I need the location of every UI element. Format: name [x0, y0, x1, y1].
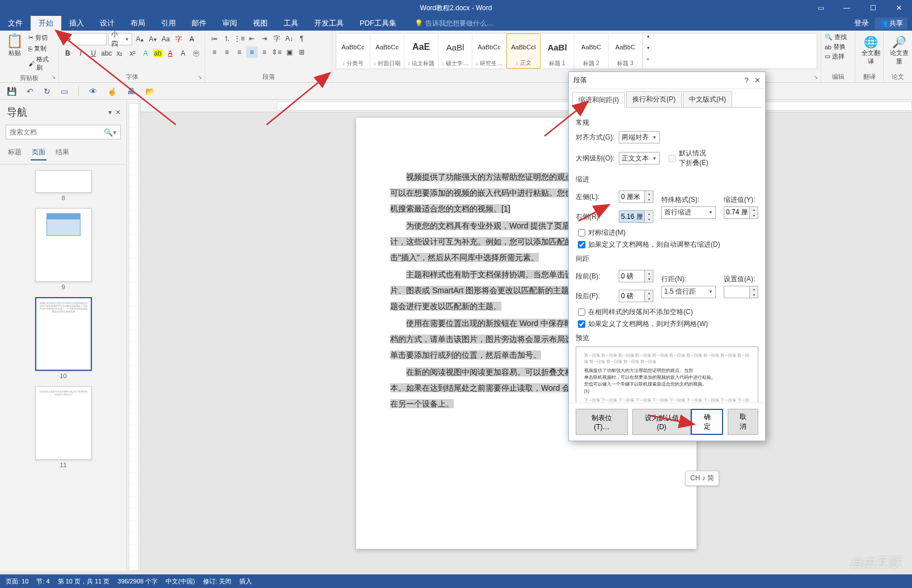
status-pageof[interactable]: 第 10 页，共 11 页 — [58, 577, 110, 586]
redo-icon[interactable]: ↻ — [44, 87, 50, 96]
bold-button[interactable]: B — [62, 48, 73, 59]
shading-icon[interactable]: ▣ — [284, 46, 295, 58]
gallery-up-icon[interactable]: ▴ — [643, 33, 653, 45]
close-icon[interactable]: ✕ — [886, 0, 912, 16]
cut-button[interactable]: ✂剪切 — [27, 33, 55, 43]
indent-left-spin[interactable]: ▴▾ — [619, 191, 653, 203]
tell-me-search[interactable]: 💡 告诉我您想要做什么… — [415, 16, 493, 31]
numbering-icon[interactable]: ⒈ — [221, 33, 233, 44]
font-color-icon[interactable]: A — [165, 48, 176, 59]
superscript-button[interactable]: x² — [127, 48, 138, 59]
after-spin[interactable]: ▴▾ — [619, 290, 653, 302]
font-launcher-icon[interactable]: ↘ — [196, 73, 204, 81]
share-button[interactable]: 👥 共享 — [875, 18, 907, 29]
ime-indicator[interactable]: CH ♪ 简 — [685, 471, 719, 486]
spin-down-icon[interactable]: ▾ — [645, 296, 653, 302]
font-size-combo[interactable]: 小四▼ — [108, 33, 132, 45]
maximize-icon[interactable]: ☐ — [860, 0, 886, 16]
nav-tab-results[interactable]: 结果 — [54, 145, 70, 160]
open-icon[interactable]: 📂 — [145, 87, 155, 96]
dlg-tab-cjk[interactable]: 中文版式(H) — [683, 91, 732, 107]
touch-mode-icon[interactable]: ☝ — [107, 87, 117, 96]
status-section[interactable]: 节: 4 — [36, 577, 49, 586]
enclose-char-icon[interactable]: ㊥ — [191, 48, 201, 59]
tab-file[interactable]: 文件 — [0, 16, 31, 31]
undo-icon[interactable]: ↶ — [27, 87, 33, 96]
thumb-11[interactable]: 为使您的文档具有专业外观Word提供了页眉页脚封面和文本框设计11 — [35, 386, 92, 468]
spin-up-icon[interactable]: ▴ — [750, 286, 758, 292]
font-family-combo[interactable]: ▼ — [62, 33, 107, 45]
special-select[interactable]: 首行缩进▼ — [661, 206, 716, 219]
phonetic-guide-icon[interactable]: 字 — [173, 33, 184, 45]
spin-down-icon[interactable]: ▾ — [645, 276, 653, 282]
status-page[interactable]: 页面: 10 — [6, 577, 28, 586]
collapse-checkbox[interactable]: 默认情况下折叠(E) — [669, 149, 708, 168]
bullets-icon[interactable]: ≔ — [209, 33, 220, 44]
status-lang[interactable]: 中文(中国) — [166, 577, 195, 586]
paragraph-launcher-icon[interactable]: ↘ — [323, 73, 331, 81]
spin-up-icon[interactable]: ▴ — [750, 207, 758, 213]
horizontal-ruler[interactable] — [141, 100, 912, 112]
tab-insert[interactable]: 插入 — [61, 16, 92, 31]
style-item-7[interactable]: AaBbC标题 2 — [575, 33, 609, 69]
login-link[interactable]: 登录 — [854, 18, 869, 28]
align-select[interactable]: 两端对齐▼ — [619, 131, 660, 143]
style-item-4[interactable]: AaBbCc↓ 研究生… — [472, 33, 506, 69]
text-effects-icon[interactable]: A — [140, 48, 151, 59]
style-item-3[interactable]: AaBl↓ 硕士学… — [438, 33, 472, 69]
strikethrough-button[interactable]: abc — [101, 48, 112, 59]
outline-select[interactable]: 正文文本▼ — [619, 152, 660, 164]
dialog-help-icon[interactable]: ? — [745, 76, 749, 84]
spin-up-icon[interactable]: ▴ — [645, 211, 653, 217]
print-icon[interactable]: 🖶 — [127, 87, 135, 96]
dlg-tab-breaks[interactable]: 换行和分页(P) — [626, 91, 682, 107]
before-spin[interactable]: ▴▾ — [619, 270, 653, 282]
italic-button[interactable]: I — [75, 48, 86, 59]
nav-thumbnails[interactable]: 8 9 视频提供功能强大的方法帮助您证明您的观点当您单击联机视频时可以在想要添加… — [0, 164, 126, 571]
highlight-color-icon[interactable]: ab — [153, 49, 163, 57]
nav-search-input[interactable] — [10, 128, 104, 136]
char-border-icon[interactable]: A — [178, 48, 188, 59]
asian-layout-icon[interactable]: 字 — [271, 33, 282, 44]
status-track[interactable]: 修订: 关闭 — [203, 577, 231, 586]
paper-check-button[interactable]: 🔎 论文查重 — [887, 33, 911, 68]
format-painter-button[interactable]: 🖌格式刷 — [27, 54, 55, 73]
spin-up-icon[interactable]: ▴ — [645, 270, 653, 276]
underline-button[interactable]: U — [88, 48, 99, 59]
status-insert[interactable]: 插入 — [239, 577, 252, 586]
tab-mailings[interactable]: 邮件 — [184, 16, 214, 31]
nav-tab-pages[interactable]: 页面 — [31, 145, 47, 160]
style-item-6[interactable]: AaBl标题 1 — [541, 33, 575, 69]
justify-icon[interactable]: ≡ — [246, 46, 257, 58]
snapgrid-checkbox[interactable]: 如果定义了文档网格，则对齐到网格(W) — [578, 319, 758, 329]
nav-dropdown-icon[interactable]: ▾ — [108, 108, 112, 116]
tab-view[interactable]: 视图 — [245, 16, 276, 31]
by-spin[interactable]: ▴▾ — [724, 206, 758, 219]
styles-gallery[interactable]: AaBbCc↓ 分类号 AaBbCc↓ 封面日期 AaE↓ 论文标题 AaBl↓… — [336, 33, 817, 69]
mirror-checkbox[interactable]: 对称缩进(M) — [578, 228, 758, 238]
shrink-font-icon[interactable]: A▾ — [147, 33, 158, 45]
align-left-icon[interactable]: ≡ — [209, 46, 220, 58]
gallery-down-icon[interactable]: ▾ — [643, 45, 653, 57]
multilevel-icon[interactable]: ⋮≡ — [234, 33, 245, 44]
line-spacing-icon[interactable]: ⇕≡ — [271, 46, 282, 58]
line-select[interactable]: 1.5 倍行距▼ — [661, 286, 716, 298]
spin-down-icon[interactable]: ▾ — [645, 197, 653, 202]
gallery-more-icon[interactable]: ≡ — [643, 57, 653, 69]
grow-font-icon[interactable]: A▴ — [134, 33, 145, 45]
default-button[interactable]: 设为默认值(D) — [632, 409, 691, 435]
increase-indent-icon[interactable]: ⇥ — [259, 33, 270, 44]
preview-icon[interactable]: 👁 — [89, 87, 97, 96]
nav-search-box[interactable]: 🔍▾ — [6, 125, 121, 139]
nav-tab-headings[interactable]: 标题 — [7, 145, 23, 160]
spin-down-icon[interactable]: ▾ — [750, 213, 758, 218]
style-item-2[interactable]: AaE↓ 论文标题 — [404, 33, 438, 69]
ok-button[interactable]: 确定 — [691, 409, 723, 435]
paste-button[interactable]: 📋 粘贴 — [3, 33, 26, 57]
search-icon[interactable]: 🔍▾ — [104, 128, 117, 137]
tab-tools[interactable]: 工具 — [276, 16, 306, 31]
document-scroll[interactable]: 视频提供了功能强大的方法帮助您证明您的观点。当您单击联机视频时，可以在想要添加的… — [141, 112, 912, 571]
spin-down-icon[interactable]: ▾ — [750, 292, 758, 298]
autogrid-checkbox[interactable]: 如果定义了文档网格，则自动调整右缩进(D) — [578, 240, 758, 249]
subscript-button[interactable]: x₂ — [115, 48, 125, 59]
